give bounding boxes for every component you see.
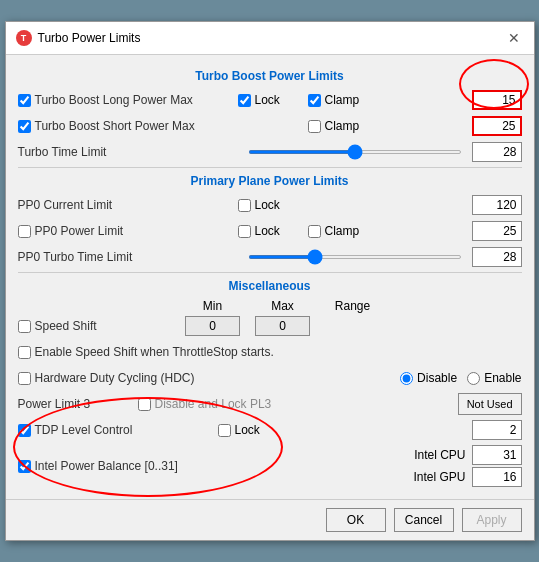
pp0-turbo-time-input[interactable]	[472, 247, 522, 267]
enable-speed-shift-row: Enable Speed Shift when ThrottleStop sta…	[18, 341, 522, 363]
speed-shift-max-input[interactable]	[255, 316, 310, 336]
tdp-level-lock-checkbox[interactable]	[218, 424, 231, 437]
pl3-disable-lock-label: Disable and Lock PL3	[155, 397, 272, 411]
turbo-time-limit-label: Turbo Time Limit	[18, 145, 238, 159]
pp0-power-label: PP0 Power Limit	[35, 224, 124, 238]
hardware-duty-row: Hardware Duty Cycling (HDC) Disable Enab…	[18, 367, 522, 389]
pp0-current-input[interactable]	[472, 195, 522, 215]
pp0-power-lock-checkbox[interactable]	[238, 225, 251, 238]
miscellaneous-header: Miscellaneous	[18, 279, 522, 293]
enable-speed-shift-label: Enable Speed Shift when ThrottleStop sta…	[35, 345, 274, 359]
hdc-enable-label: Enable	[484, 371, 521, 385]
pp0-current-row: PP0 Current Limit Lock	[18, 194, 522, 216]
turbo-boost-short-power-label: Turbo Boost Short Power Max	[35, 119, 195, 133]
misc-col-headers: Min Max Range	[18, 299, 522, 313]
pl3-not-used-button[interactable]: Not Used	[458, 393, 522, 415]
pp0-current-lock-label: Lock	[255, 198, 280, 212]
pp0-power-row: PP0 Power Limit Lock Clamp	[18, 220, 522, 242]
intel-power-balance-checkbox[interactable]	[18, 460, 31, 473]
speed-shift-row: Speed Shift	[18, 315, 522, 337]
intel-cpu-label: Intel CPU	[414, 448, 465, 462]
apply-button[interactable]: Apply	[462, 508, 522, 532]
tdp-level-row: TDP Level Control Lock	[18, 419, 522, 441]
speed-shift-label: Speed Shift	[35, 319, 97, 333]
title-bar: T Turbo Power Limits ✕	[6, 22, 534, 55]
misc-col-range: Range	[318, 299, 388, 313]
turbo-time-limit-row: Turbo Time Limit	[18, 141, 522, 163]
turbo-boost-long-clamp-label: Clamp	[325, 93, 360, 107]
turbo-boost-long-power-input[interactable]	[472, 90, 522, 110]
hdc-enable-radio[interactable]	[467, 372, 480, 385]
pl3-disable-lock-checkbox[interactable]	[138, 398, 151, 411]
enable-speed-shift-checkbox[interactable]	[18, 346, 31, 359]
tdp-level-label: TDP Level Control	[35, 423, 133, 437]
pp0-power-lock-label: Lock	[255, 224, 280, 238]
tdp-level-checkbox[interactable]	[18, 424, 31, 437]
hdc-disable-radio[interactable]	[400, 372, 413, 385]
tdp-level-lock-label: Lock	[235, 423, 260, 437]
turbo-boost-long-power-row: Turbo Boost Long Power Max Lock Clamp	[18, 89, 522, 111]
power-limit-3-label: Power Limit 3	[18, 397, 128, 411]
speed-shift-min-input[interactable]	[185, 316, 240, 336]
misc-col-min: Min	[178, 299, 248, 313]
turbo-boost-long-power-checkbox[interactable]	[18, 94, 31, 107]
bottom-buttons: OK Cancel Apply	[6, 499, 534, 540]
turbo-boost-short-power-row: Turbo Boost Short Power Max Clamp	[18, 115, 522, 137]
turbo-boost-long-lock-label: Lock	[255, 93, 280, 107]
cancel-button[interactable]: Cancel	[394, 508, 454, 532]
pp0-power-clamp-checkbox[interactable]	[308, 225, 321, 238]
pp0-turbo-time-label: PP0 Turbo Time Limit	[18, 250, 238, 264]
pp0-turbo-time-slider[interactable]	[248, 255, 462, 259]
power-limit-3-row: Power Limit 3 Disable and Lock PL3 Not U…	[18, 393, 522, 415]
hardware-duty-checkbox[interactable]	[18, 372, 31, 385]
app-icon: T	[16, 30, 32, 46]
speed-shift-checkbox[interactable]	[18, 320, 31, 333]
pp0-current-lock-checkbox[interactable]	[238, 199, 251, 212]
ok-button[interactable]: OK	[326, 508, 386, 532]
turbo-boost-long-power-label: Turbo Boost Long Power Max	[35, 93, 193, 107]
turbo-boost-short-power-input[interactable]	[472, 116, 522, 136]
tdp-level-input[interactable]	[472, 420, 522, 440]
primary-plane-header: Primary Plane Power Limits	[18, 174, 522, 188]
pp0-turbo-time-row: PP0 Turbo Time Limit	[18, 246, 522, 268]
turbo-time-limit-input[interactable]	[472, 142, 522, 162]
intel-cpu-input[interactable]	[472, 445, 522, 465]
pp0-power-input[interactable]	[472, 221, 522, 241]
intel-power-balance-row: Intel Power Balance [0..31] Intel CPU In…	[18, 445, 522, 487]
turbo-boost-long-lock-checkbox[interactable]	[238, 94, 251, 107]
misc-col-max: Max	[248, 299, 318, 313]
intel-gpu-input[interactable]	[472, 467, 522, 487]
turbo-boost-short-power-checkbox[interactable]	[18, 120, 31, 133]
hdc-disable-label: Disable	[417, 371, 457, 385]
intel-gpu-label: Intel GPU	[413, 470, 465, 484]
turbo-boost-short-clamp-label: Clamp	[325, 119, 360, 133]
turbo-time-limit-slider[interactable]	[248, 150, 462, 154]
pp0-power-clamp-label: Clamp	[325, 224, 360, 238]
window-title: Turbo Power Limits	[38, 31, 141, 45]
pp0-power-checkbox[interactable]	[18, 225, 31, 238]
hardware-duty-label: Hardware Duty Cycling (HDC)	[35, 371, 195, 385]
turbo-boost-short-clamp-checkbox[interactable]	[308, 120, 321, 133]
pp0-current-label: PP0 Current Limit	[18, 198, 238, 212]
intel-power-balance-label: Intel Power Balance [0..31]	[35, 459, 178, 473]
turbo-boost-header: Turbo Boost Power Limits	[18, 69, 522, 83]
turbo-boost-long-clamp-checkbox[interactable]	[308, 94, 321, 107]
close-button[interactable]: ✕	[504, 28, 524, 48]
